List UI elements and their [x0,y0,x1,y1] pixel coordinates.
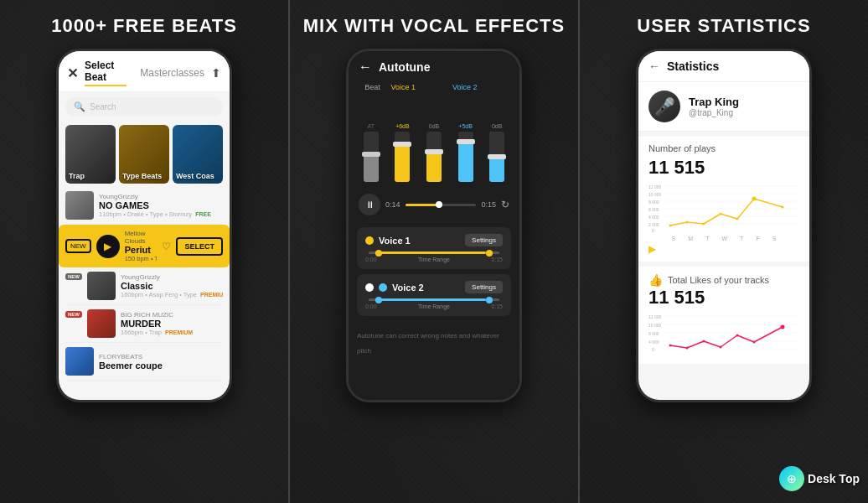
mixer-label-v2: Voice 2 [449,83,480,91]
x-label-s1: S [672,236,676,241]
beat-thumb-3 [87,309,116,338]
voice2-dot [379,283,387,292]
svg-text:12 000: 12 000 [648,314,662,319]
mixer-label-v2b [480,83,511,91]
search-icon: 🔍 [74,101,85,112]
voice1-settings-button[interactable]: Settings [465,234,503,246]
chart1-svg: 12 000 10 000 8 000 6 000 4 000 2 000 0 [648,182,799,232]
voice2-dot-white [365,283,374,292]
voice1-range-end[interactable] [486,250,493,257]
svg-text:10 000: 10 000 [648,323,662,328]
list-item[interactable]: FLORYBEATS Beemer coupe [65,343,223,381]
voice-channel-2: Voice 2 Settings 0:00 Time Range 0:15 [357,274,511,316]
beat-close-icon[interactable]: ✕ [67,65,78,81]
fader-knob-v1a[interactable] [393,142,411,147]
panel-statistics: USER STATISTICS ← Statistics 🎤 Trap King… [580,0,868,503]
panel-beats: 1000+ FREE BEATS ✕ Select Beat Mastercla… [0,0,290,503]
fader-knob-beat[interactable] [362,152,380,157]
beat-artist-4: FLORYBEATS [99,353,223,360]
db-v1a: +6dB [395,123,410,129]
db-v2a: +5dB [458,123,473,129]
select-beat-button[interactable]: SELECT [176,237,223,256]
svg-text:12 000: 12 000 [648,184,662,189]
svg-point-32 [703,340,705,343]
svg-point-13 [669,225,672,227]
watermark: ⊕ Desk Top [779,466,860,491]
chart1-playbar: ▶ [648,243,799,255]
voice2-settings-button[interactable]: Settings [465,281,503,293]
panel-autotune-header: MIX WITH VOCAL EFFECTS [290,0,578,49]
desktoplogo-text: Desk Top [808,472,860,485]
beat-badge-premium-3: PREMIUM [165,329,193,335]
autotune-back-icon[interactable]: ← [359,60,372,75]
play-icon[interactable]: ▶ [648,243,656,255]
upload-icon[interactable]: ⬆ [211,66,221,80]
progress-knob[interactable] [436,201,442,208]
play-pause-button[interactable]: ⏸ [359,194,380,215]
beat-meta-3: 166bpm • Trap PREMIUM [121,329,223,336]
stats-chart1: 12 000 10 000 8 000 6 000 4 000 2 000 0 [648,182,799,258]
fader-knob-v2b[interactable] [488,154,506,159]
fader-beat[interactable] [364,132,379,182]
refresh-icon[interactable]: ↻ [501,199,509,210]
progress-bar[interactable] [406,204,477,206]
tab-select-beat[interactable]: Select Beat [85,60,127,86]
beat-name-2: Classic [121,281,223,291]
voice2-range-fill [375,298,487,301]
beat-artist-selected: Mellow Clouds [125,230,158,245]
svg-point-18 [752,197,757,201]
autotune-screen: ← Autotune Beat Voice 1 Voice 2 AT [349,51,519,400]
voice2-range-start[interactable] [375,297,382,303]
new-badge: NEW [65,311,82,318]
fader-v2a[interactable] [458,132,473,182]
panel-autotune-title: MIX WITH VOCAL EFFECTS [303,15,565,36]
phone-beats-container: ✕ Select Beat Masterclasses ⬆ 🔍 Search T… [56,49,232,503]
voice2-range-track[interactable] [369,298,499,301]
new-badge: NEW [65,273,82,280]
stats-plays-count: 11 515 [648,157,799,179]
heart-icon[interactable]: ♡ [162,241,171,252]
playback-bar: ⏸ 0:14 0:15 ↻ [349,187,519,222]
mixer-channel-beat: AT [359,123,384,182]
voice1-range-track[interactable] [369,252,499,254]
stats-avatar: 🎤 [648,91,680,122]
desktoplogo-symbol: ⊕ [787,472,797,485]
tab-masterclasses[interactable]: Masterclasses [140,67,204,79]
beat-search-bar[interactable]: 🔍 Search [65,97,223,117]
list-item[interactable]: NEW BIG RICH MUZIC MURDER 166bpm • Trap … [65,305,223,343]
voice2-range-end[interactable] [486,297,493,303]
time-total: 0:15 [481,200,496,209]
fader-v2b[interactable] [489,132,504,182]
list-item[interactable]: YoungGrizzly NO GAMES 110bpm • Drake • T… [65,187,223,225]
x-label-m: M [688,236,693,241]
mixer-label-v1b [419,83,450,91]
beat-meta-selected: 150 bpm • Tyga type [125,255,158,262]
voice2-header: Voice 2 Settings [365,281,503,293]
fader-v1a[interactable] [395,132,410,182]
fader-knob-v1b[interactable] [425,149,443,154]
x-label-t1: T [705,236,709,241]
beat-screen: ✕ Select Beat Masterclasses ⬆ 🔍 Search T… [59,51,230,400]
voice1-range-start[interactable] [375,250,382,257]
thumb-type[interactable]: Type Beats [119,125,169,184]
svg-point-34 [736,334,739,337]
fader-fill-v1b [426,152,442,182]
phone-beats: ✕ Select Beat Masterclasses ⬆ 🔍 Search T… [56,49,232,402]
stats-likes-section: 👍 Total Likes of your tracks 11 515 12 0… [638,267,809,364]
svg-text:0: 0 [652,347,654,352]
mixer-channel-v2b: 0dB [484,123,509,182]
fader-v1b[interactable] [426,132,442,182]
svg-point-17 [736,218,739,220]
phone-statistics: ← Statistics 🎤 Trap King @trap_King Numb… [636,49,812,402]
beat-artist-3: BIG RICH MUZIC [121,311,223,319]
beat-play-button[interactable]: ▶ [96,235,120,258]
list-item-selected[interactable]: NEW ▶ Mellow Clouds Periut 150 bpm • Tyg… [59,225,230,267]
svg-text:4 000: 4 000 [648,215,659,220]
fader-knob-v2a[interactable] [457,139,475,144]
stats-back-icon[interactable]: ← [648,60,660,73]
beat-thumb-0 [65,191,94,220]
thumb-trap[interactable]: Trap [65,125,116,184]
voice2-name: Voice 2 [392,283,424,293]
list-item[interactable]: NEW YoungGrizzly Classic 160bpm • Asap F… [65,267,223,305]
thumb-west[interactable]: West Coas [173,125,223,184]
